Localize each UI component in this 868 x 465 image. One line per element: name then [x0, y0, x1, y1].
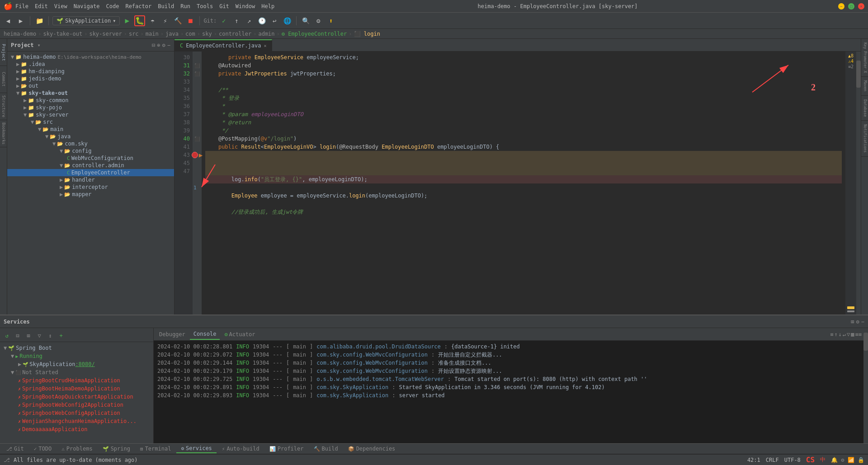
- toolbar-forward-button[interactable]: ▶: [15, 15, 26, 26]
- console-btn-up[interactable]: ↑: [834, 331, 837, 338]
- project-minimize[interactable]: −: [167, 42, 170, 48]
- project-dropdown-arrow[interactable]: ▾: [38, 42, 41, 48]
- minimize-button[interactable]: −: [838, 3, 844, 9]
- project-settings[interactable]: ⚙: [162, 42, 165, 48]
- bottom-tab-spring[interactable]: 🌱 Spring: [98, 445, 135, 453]
- svc-btn-sort[interactable]: ↕: [45, 331, 55, 341]
- breadcrumb-src[interactable]: src: [129, 31, 139, 37]
- services-minimize[interactable]: −: [861, 319, 864, 325]
- tree-item-sky-common[interactable]: ▶ 📁 sky-common: [7, 97, 174, 104]
- git-rollback-button[interactable]: ↩: [269, 15, 280, 26]
- svc-running[interactable]: ▼ ▶ Running: [0, 352, 153, 360]
- tree-item-employee-controller[interactable]: C EmployeeController: [7, 169, 174, 176]
- svc-btn-refresh[interactable]: ↺: [2, 331, 12, 341]
- svc-btn-add[interactable]: +: [56, 331, 66, 341]
- svc-heima[interactable]: ✗ SpringBootHeimaDemoApplication: [0, 385, 153, 393]
- breadcrumb-admin[interactable]: admin: [258, 31, 274, 37]
- console-tab-actuator[interactable]: ⚙ Actuator: [221, 329, 259, 339]
- svc-aop[interactable]: ✗ SpringBootAopQuickstartApplication: [0, 393, 153, 401]
- run-config-selector[interactable]: 🌱 SkyApplication ▾: [52, 16, 120, 25]
- svc-webconfig2[interactable]: ✗ SpringbootWebConfig2Application: [0, 401, 153, 409]
- svc-skyapp[interactable]: ▶ 🌱 SkyApplication :8080/: [0, 360, 153, 368]
- tree-item-idea[interactable]: ▶ 📁 .idea: [7, 61, 174, 68]
- tree-item-hm-dianping[interactable]: ▶ 📁 hm-dianping: [7, 68, 174, 75]
- svc-btn-collapse[interactable]: ⊟: [13, 331, 23, 341]
- tree-item-jedis[interactable]: ▶ 📁 jedis-demo: [7, 75, 174, 82]
- editor-tab-employee[interactable]: C EmployeeController.java ×: [175, 39, 272, 51]
- svc-wenjian[interactable]: ✗ WenjianShangchuanHeimaApplicatio...: [0, 417, 153, 425]
- bottom-tab-terminal[interactable]: ⊞ Terminal: [136, 445, 175, 453]
- panel-tab-key-promoter[interactable]: Key Promoter X: [861, 39, 868, 77]
- menu-refactor[interactable]: Refactor: [123, 2, 154, 10]
- menu-run[interactable]: Run: [178, 2, 193, 10]
- menu-code[interactable]: Code: [104, 2, 122, 10]
- stop-button[interactable]: ⏹: [185, 15, 196, 26]
- bottom-tab-git[interactable]: ⎇ Git: [2, 445, 28, 453]
- console-btn-wrap[interactable]: ↵: [843, 331, 846, 338]
- project-locate[interactable]: ⊕: [157, 42, 160, 48]
- status-line-ending[interactable]: CRLF: [766, 457, 779, 463]
- panel-tab-maven[interactable]: Maven: [861, 77, 868, 95]
- bottom-tab-profiler[interactable]: 📊 Profiler: [265, 445, 308, 453]
- console-btn-table[interactable]: ▦: [851, 331, 854, 338]
- svc-demo[interactable]: ✗ DemoaaaaaApplication: [0, 425, 153, 433]
- git-translate-button[interactable]: 🌐: [282, 15, 292, 26]
- debug-button[interactable]: 🐛: [134, 15, 145, 26]
- bottom-tab-auto-build[interactable]: ⚡ Auto-build: [217, 445, 264, 453]
- console-tab-debugger[interactable]: Debugger: [156, 329, 189, 339]
- menu-tools[interactable]: Tools: [194, 2, 216, 10]
- tree-item-config[interactable]: ▼ 📂 config: [7, 147, 174, 155]
- tree-item-java[interactable]: ▼ 📂 java: [7, 133, 174, 140]
- panel-tab-bookmarks[interactable]: Bookmarks: [0, 120, 7, 147]
- services-settings[interactable]: ⚙: [856, 319, 859, 325]
- status-position[interactable]: 42:1: [747, 457, 760, 463]
- menu-build[interactable]: Build: [155, 2, 177, 10]
- git-history-button[interactable]: 🕐: [256, 15, 267, 26]
- panel-tab-database[interactable]: Database: [861, 96, 868, 121]
- update-button[interactable]: ⬆: [326, 15, 336, 26]
- svc-btn-filter[interactable]: ▽: [34, 331, 44, 341]
- console-scrollbar-thumb[interactable]: [863, 333, 868, 351]
- menu-git[interactable]: Git: [217, 2, 232, 10]
- bottom-tab-problems[interactable]: ⚠ Problems: [57, 445, 97, 453]
- console-output[interactable]: 2024-02-10 00:02:28.801 INFO 19304 --- […: [154, 341, 863, 443]
- breadcrumb-com[interactable]: com: [185, 31, 195, 37]
- tree-item-mapper[interactable]: ▶ 📂 mapper: [7, 191, 174, 198]
- toolbar-recent-files[interactable]: 📁: [34, 15, 45, 26]
- console-btn-wrap2[interactable]: ≡≡: [855, 331, 862, 338]
- tree-item-main[interactable]: ▼ 📂 main: [7, 126, 174, 133]
- panel-tab-notifications[interactable]: Notifications: [861, 121, 868, 157]
- panel-tab-structure[interactable]: Structure: [0, 93, 7, 120]
- panel-tab-project[interactable]: Project: [0, 39, 7, 66]
- run-button[interactable]: ▶: [122, 15, 132, 26]
- console-scrollbar[interactable]: [863, 328, 868, 443]
- tree-item-controller-admin[interactable]: ▼ 📂 controller.admin: [7, 162, 174, 169]
- breakpoint-marker[interactable]: [192, 152, 198, 158]
- breadcrumb-sky-server[interactable]: sky-server: [89, 31, 122, 37]
- svc-springboot[interactable]: ▼ 🌱 Spring Boot: [0, 344, 153, 352]
- bottom-tab-build[interactable]: 🔨 Build: [309, 445, 343, 453]
- close-button[interactable]: ×: [858, 3, 864, 9]
- svc-webconfig[interactable]: ✗ SpringbootWebConfigApplication: [0, 409, 153, 417]
- build-button[interactable]: 🔨: [172, 15, 183, 26]
- bottom-tab-todo[interactable]: ✓ TODO: [29, 445, 57, 453]
- menu-edit[interactable]: Edit: [32, 2, 51, 10]
- menu-navigate[interactable]: Navigate: [71, 2, 103, 10]
- breadcrumb-sky[interactable]: sky: [202, 31, 212, 37]
- svc-notstarted[interactable]: ▼ ⬛ Not Started: [0, 368, 153, 376]
- menu-window[interactable]: Window: [233, 2, 258, 10]
- git-check-button[interactable]: ✓: [218, 15, 229, 26]
- bottom-tab-services[interactable]: ⚙ Services: [176, 444, 216, 453]
- tree-item-com-sky[interactable]: ▼ 📂 com.sky: [7, 140, 174, 147]
- tree-item-handler[interactable]: ▶ 📂 handler: [7, 176, 174, 183]
- settings-button[interactable]: ⚙: [313, 15, 324, 26]
- console-btn-filter[interactable]: ▽: [847, 331, 850, 338]
- tree-item-heima-demo[interactable]: ▼ 📁 heima-demo E:\idea-workspace\heima-d…: [7, 53, 174, 61]
- profile-button[interactable]: ⚡: [160, 15, 170, 26]
- breadcrumb-heima-demo[interactable]: heima-demo: [4, 31, 36, 37]
- status-encoding[interactable]: UTF-8: [784, 457, 801, 463]
- project-collapse-all[interactable]: ⊟: [152, 42, 155, 48]
- bottom-tab-dependencies[interactable]: 📦 Dependencies: [344, 445, 400, 453]
- breadcrumb-java[interactable]: java: [165, 31, 179, 37]
- console-tab-console[interactable]: Console: [190, 329, 220, 340]
